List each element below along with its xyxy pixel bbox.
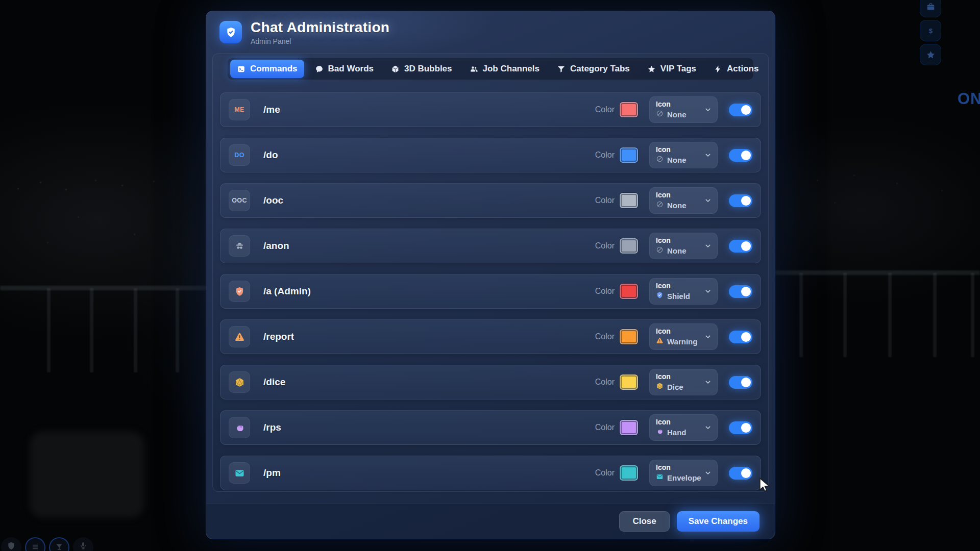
color-label: Color	[595, 241, 615, 251]
icon-dropdown[interactable]: Icon Envelope	[649, 460, 718, 486]
icon-dropdown-value: Dice	[667, 383, 683, 391]
color-swatch[interactable]	[620, 465, 638, 481]
mic-icon	[79, 541, 88, 550]
tab-job-channels[interactable]: Job Channels	[463, 60, 546, 78]
toggle-knob	[741, 196, 751, 206]
color-label: Color	[595, 468, 615, 478]
tab-commands[interactable]: Commands	[230, 60, 304, 78]
command-row: /pm Color Icon Envelope	[220, 456, 761, 490]
save-changes-button[interactable]: Save Changes	[677, 511, 760, 532]
star-icon	[647, 65, 656, 73]
enabled-toggle[interactable]	[729, 331, 752, 343]
icon-dropdown[interactable]: Icon Dice	[649, 369, 718, 395]
chevron-down-icon	[704, 378, 712, 386]
toggle-knob	[741, 287, 751, 296]
command-badge: OOC	[229, 190, 250, 211]
icon-dropdown-value: None	[667, 201, 687, 210]
enabled-toggle[interactable]	[729, 194, 752, 207]
railing-post	[176, 288, 179, 372]
icon-dropdown-label: Icon	[656, 418, 687, 426]
tab-actions[interactable]: Actions	[707, 60, 765, 78]
martini-icon	[55, 542, 64, 551]
icon-dropdown-mini-icon	[656, 246, 664, 256]
tab-label: 3D Bubbles	[404, 64, 452, 74]
color-swatch[interactable]	[620, 147, 638, 163]
enabled-toggle[interactable]	[729, 467, 752, 480]
dice-icon	[234, 377, 245, 388]
enabled-toggle[interactable]	[729, 285, 752, 298]
martini-circle	[49, 537, 69, 551]
chev-icon	[704, 378, 712, 386]
command-name: /report	[263, 331, 294, 342]
icon-dropdown[interactable]: Icon None	[649, 96, 718, 123]
color-swatch[interactable]	[620, 329, 638, 344]
shield-icon	[656, 291, 664, 299]
color-swatch[interactable]	[620, 102, 638, 117]
command-badge	[229, 235, 250, 257]
icon-dropdown[interactable]: Icon None	[649, 187, 718, 214]
chevron-down-icon	[704, 287, 712, 295]
command-badge: ME	[229, 99, 250, 120]
command-row: OOC /ooc Color Icon None	[220, 183, 761, 218]
enabled-toggle[interactable]	[729, 240, 752, 253]
envelope-icon	[234, 468, 245, 479]
railing-post	[888, 273, 892, 357]
color-label: Color	[595, 378, 615, 387]
hand-icon	[656, 428, 664, 435]
chev-icon	[704, 106, 712, 114]
badge-text: OOC	[232, 197, 247, 204]
briefcase-icon	[926, 2, 936, 12]
panel-header: Chat Administration Admin Panel	[206, 11, 775, 53]
command-badge	[229, 371, 250, 393]
railing-post	[933, 273, 937, 357]
color-swatch[interactable]	[620, 420, 638, 435]
color-swatch[interactable]	[620, 284, 638, 299]
command-row: /rps Color Icon Hand	[220, 410, 761, 445]
close-button[interactable]: Close	[619, 511, 669, 532]
chev-icon	[704, 469, 712, 477]
icon-dropdown-value: None	[667, 246, 687, 255]
tab-label: Job Channels	[483, 64, 540, 74]
command-name: /me	[263, 104, 280, 115]
color-label: Color	[595, 423, 615, 432]
tab-3d-bubbles[interactable]: 3D Bubbles	[384, 60, 459, 78]
icon-dropdown-mini-icon	[656, 382, 664, 392]
filter-icon	[557, 65, 566, 73]
tab-vip-tags[interactable]: VIP Tags	[641, 60, 703, 78]
icon-dropdown-value: Hand	[667, 428, 687, 437]
svg-text:$: $	[928, 27, 932, 34]
chevron-down-icon	[704, 423, 712, 432]
icon-dropdown-value: None	[667, 110, 687, 119]
icon-dropdown[interactable]: Icon Shield	[649, 278, 718, 305]
toggle-knob	[741, 241, 751, 251]
enabled-toggle[interactable]	[729, 376, 752, 389]
command-name: /do	[263, 149, 278, 161]
enabled-toggle[interactable]	[729, 149, 752, 162]
railing-post	[799, 273, 803, 357]
color-swatch[interactable]	[620, 193, 638, 208]
hud-side-text: ON	[958, 90, 980, 108]
chevron-down-icon	[704, 333, 712, 341]
icon-dropdown[interactable]: Icon None	[649, 233, 718, 259]
city-lights	[0, 0, 2, 2]
icon-dropdown-mini-icon	[656, 201, 664, 210]
tab-bad-words[interactable]: Bad Words	[308, 60, 380, 78]
railing	[775, 270, 980, 275]
command-name: /rps	[263, 422, 281, 433]
icon-dropdown-value: Envelope	[667, 473, 701, 482]
command-badge	[229, 417, 250, 438]
icon-dropdown[interactable]: Icon Hand	[649, 414, 718, 441]
color-swatch[interactable]	[620, 238, 638, 254]
color-swatch[interactable]	[620, 374, 638, 390]
icon-dropdown-label: Icon	[656, 145, 687, 154]
badge-text: ME	[234, 106, 244, 113]
command-badge: DO	[229, 144, 250, 166]
tab-category-tabs[interactable]: Category Tabs	[550, 60, 636, 78]
enabled-toggle[interactable]	[729, 421, 752, 434]
bolt-icon	[714, 65, 722, 73]
icon-dropdown[interactable]: Icon Warning	[649, 323, 718, 350]
color-label: Color	[595, 105, 615, 114]
chev-icon	[704, 151, 712, 159]
enabled-toggle[interactable]	[729, 104, 752, 116]
icon-dropdown[interactable]: Icon None	[649, 142, 718, 168]
